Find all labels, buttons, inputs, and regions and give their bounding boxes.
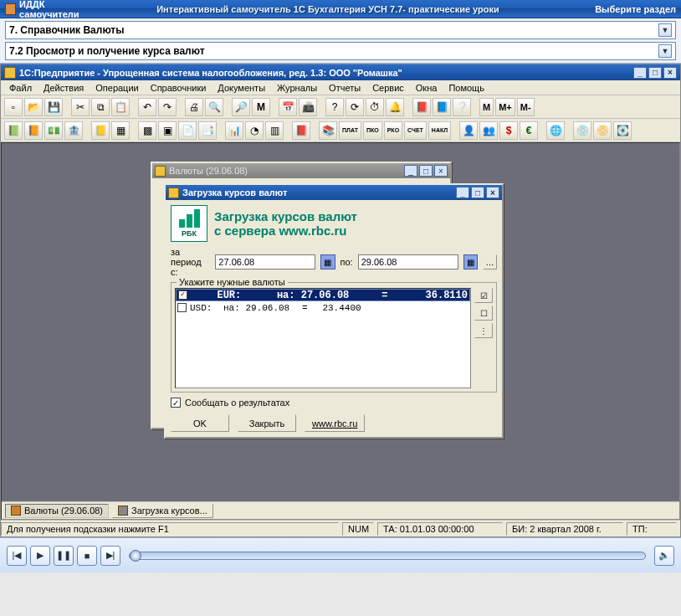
player-play-icon[interactable]: ▶ <box>30 546 50 566</box>
tb2-web-icon[interactable]: 🌐 <box>546 121 565 140</box>
tb-redo-icon[interactable]: ↷ <box>158 98 177 116</box>
menu-windows[interactable]: Окна <box>411 82 443 94</box>
tb-mminus[interactable]: M- <box>517 98 535 116</box>
tb2-rko-icon[interactable]: РКО <box>384 121 402 140</box>
tb2-books-icon[interactable]: 📚 <box>319 121 337 140</box>
chapter-select[interactable]: 7. Справочник Валюты ▼ <box>5 21 676 39</box>
lesson-select[interactable]: 7.2 Просмотр и получение курса валют ▼ <box>5 42 676 60</box>
tb-timer-icon[interactable]: ⏱ <box>366 98 384 116</box>
slider-knob[interactable] <box>130 550 141 562</box>
tb2-bars-icon[interactable]: ▥ <box>265 121 284 140</box>
player-mute-icon[interactable]: 🔈 <box>654 546 674 566</box>
tb-calc-icon[interactable]: 📠 <box>299 98 317 116</box>
rbc-link-button[interactable]: www.rbc.ru <box>305 414 365 432</box>
tb-book-icon[interactable]: 📕 <box>412 98 431 116</box>
notify-checkbox[interactable]: ✓ <box>171 398 181 408</box>
tb2-pko-icon[interactable]: ПКО <box>363 121 382 140</box>
menu-documents[interactable]: Документы <box>212 82 270 94</box>
currencies-close-button[interactable]: × <box>434 165 448 177</box>
tb2-plat-icon[interactable]: ПЛАТ <box>339 121 361 140</box>
tb-help-icon[interactable]: ❔ <box>453 98 471 116</box>
deselect-all-button[interactable]: ☐ <box>474 305 493 321</box>
tb2-schet-icon[interactable]: СЧЕТ <box>404 121 427 140</box>
player-next-icon[interactable]: ▶| <box>100 546 120 566</box>
player-pause-icon[interactable]: ❚❚ <box>54 546 74 566</box>
tb-journal-icon[interactable]: 📘 <box>433 98 451 116</box>
tb2-grid-icon[interactable]: ▩ <box>138 121 156 140</box>
tb2-disk1-icon[interactable]: 💿 <box>573 121 591 140</box>
tb2-table-icon[interactable]: ▦ <box>111 121 130 140</box>
tb2-cash-icon[interactable]: 💵 <box>44 121 63 140</box>
window-load-rates[interactable]: Загрузка курсов валют _ □ × РБК <box>164 183 504 439</box>
tb2-person-icon[interactable]: 👤 <box>459 121 478 140</box>
task-currencies[interactable]: Валюты (29.06.08) <box>5 504 109 518</box>
menu-actions[interactable]: Действия <box>38 82 89 94</box>
tb-query-icon[interactable]: ? <box>325 98 344 116</box>
menu-journals[interactable]: Журналы <box>272 82 322 94</box>
date-from-input[interactable] <box>215 254 315 270</box>
menu-help[interactable]: Помощь <box>443 82 489 94</box>
tb-m[interactable]: M <box>479 98 494 116</box>
menu-service[interactable]: Сервис <box>367 82 409 94</box>
tb2-disk3-icon[interactable]: 💽 <box>613 121 632 140</box>
tb-new-icon[interactable]: ▫ <box>4 98 23 116</box>
menu-reports[interactable]: Отчеты <box>324 82 366 94</box>
tb2-board-icon[interactable]: ▣ <box>158 121 177 140</box>
tb-cut-icon[interactable]: ✂ <box>71 98 90 116</box>
tb2-people-icon[interactable]: 👥 <box>479 121 498 140</box>
menu-operations[interactable]: Операции <box>90 82 143 94</box>
ok-button[interactable]: OK <box>171 414 229 432</box>
app-maximize-button[interactable]: □ <box>648 67 662 79</box>
app-close-button[interactable]: × <box>663 67 677 79</box>
tb2-euro-icon[interactable]: € <box>520 121 538 140</box>
player-stop-icon[interactable]: ■ <box>77 546 97 566</box>
tb2-report-icon[interactable]: 📄 <box>178 121 197 140</box>
select-all-button[interactable]: ☑ <box>474 288 493 303</box>
menu-references[interactable]: Справочники <box>146 82 212 94</box>
tb2-balance-icon[interactable]: 📗 <box>4 121 23 140</box>
currencies-max-button[interactable]: □ <box>419 165 433 177</box>
tb-print-icon[interactable]: 🖨 <box>185 98 203 116</box>
tb-copy-icon[interactable]: ⧉ <box>91 98 110 116</box>
checkbox-usd[interactable] <box>177 303 187 312</box>
tb2-pie-icon[interactable]: ◔ <box>245 121 264 140</box>
close-button[interactable]: Закрыть <box>238 414 296 432</box>
date-to-input[interactable] <box>358 254 458 270</box>
tb-save-icon[interactable]: 💾 <box>44 98 63 116</box>
player-slider[interactable] <box>129 552 646 560</box>
tb-calendar-icon[interactable]: 📅 <box>279 98 297 116</box>
player-prev-icon[interactable]: |◀ <box>7 546 27 566</box>
tb2-dollar-icon[interactable]: $ <box>499 121 518 140</box>
tb-history-icon[interactable]: ⟳ <box>346 98 364 116</box>
tb2-disk2-icon[interactable]: 📀 <box>593 121 612 140</box>
checkbox-eur[interactable]: ✓ <box>178 290 187 300</box>
tb-undo-icon[interactable]: ↶ <box>138 98 156 116</box>
task-load-rates[interactable]: Загрузка курсов... <box>112 504 213 518</box>
tb2-nakl-icon[interactable]: НАКЛ <box>428 121 451 140</box>
date-from-picker-icon[interactable]: ▦ <box>320 254 335 270</box>
date-to-picker-icon[interactable]: ▦ <box>463 254 478 270</box>
currency-row-usd[interactable]: USD: на: 29.06.08 = 23.4400 <box>176 301 470 314</box>
tb2-ledger-icon[interactable]: 📒 <box>91 121 110 140</box>
menu-file[interactable]: Файл <box>4 82 37 94</box>
tb2-chart-icon[interactable]: 📊 <box>225 121 243 140</box>
tb2-red-icon[interactable]: 📕 <box>292 121 310 140</box>
app-minimize-button[interactable]: _ <box>633 67 647 79</box>
load-rates-max-button[interactable]: □ <box>471 187 484 198</box>
period-ellipsis-button[interactable]: … <box>483 254 497 270</box>
tb-paste-icon[interactable]: 📋 <box>111 98 130 116</box>
currencies-min-button[interactable]: _ <box>404 165 417 177</box>
tb2-invoice-icon[interactable]: 📙 <box>24 121 43 140</box>
tb-mplus[interactable]: M+ <box>495 98 515 116</box>
load-rates-min-button[interactable]: _ <box>456 187 469 198</box>
tb-binoculars-icon[interactable]: M <box>252 98 270 116</box>
chapter-dropdown-icon[interactable]: ▼ <box>658 23 672 37</box>
tb-preview-icon[interactable]: 🔍 <box>205 98 223 116</box>
tb-bell-icon[interactable]: 🔔 <box>386 98 404 116</box>
currency-row-eur[interactable]: ✓ EUR: на: 27.06.08 = 36.8110 <box>176 289 470 301</box>
tb2-bank-icon[interactable]: 🏦 <box>64 121 83 140</box>
lesson-dropdown-icon[interactable]: ▼ <box>658 44 672 58</box>
tb-open-icon[interactable]: 📂 <box>24 98 43 116</box>
load-rates-close-button[interactable]: × <box>486 187 499 198</box>
tb2-doc-icon[interactable]: 📑 <box>198 121 217 140</box>
